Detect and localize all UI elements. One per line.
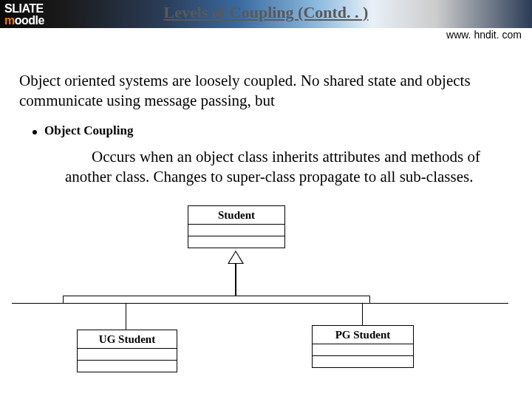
slide-title: Levels of Coupling (Contd. . )	[164, 4, 369, 21]
uml-parent-name: Student	[188, 206, 284, 224]
uml-class-child-left: UG Student	[77, 330, 177, 372]
uml-op-slot	[313, 355, 413, 367]
brand-m: m	[4, 14, 15, 27]
uml-attr-slot	[313, 344, 413, 355]
connector-v-right	[362, 303, 363, 325]
uml-attr-slot	[78, 348, 177, 360]
brand-word-post: oodle	[15, 14, 44, 27]
bullet-list: Object Coupling	[33, 124, 514, 137]
connector-stub-right	[369, 296, 370, 303]
uml-class-parent: Student	[188, 205, 285, 248]
bullet-dot-icon	[33, 130, 37, 134]
intro-text: Object oriented systems are loosely coup…	[19, 71, 514, 111]
uml-op-slot	[78, 360, 177, 372]
connector-v-left	[126, 303, 126, 330]
header-banner: SLIATE moodle Levels of Coupling (Contd.…	[0, 0, 532, 28]
uml-childL-name: UG Student	[78, 330, 177, 348]
uml-class-child-right: PG Student	[312, 325, 414, 368]
bullet-label: Object Coupling	[44, 124, 133, 137]
connector-stub-left	[63, 296, 64, 303]
connector-h-wide	[12, 303, 508, 304]
inheritance-arrow-icon	[228, 250, 244, 264]
connector-h-top	[63, 296, 370, 296]
source-url: www. hndit. com	[446, 30, 522, 40]
uml-childR-name: PG Student	[313, 326, 413, 344]
uml-attr-slot	[188, 224, 284, 236]
brand-prefix: SLIATE	[4, 2, 44, 15]
connector-v-main	[235, 264, 236, 296]
slide-body: Object oriented systems are loosely coup…	[0, 28, 532, 188]
uml-op-slot	[188, 236, 284, 248]
bullet-item: Object Coupling	[33, 124, 514, 137]
bullet-description: Occurs when an object class inherits att…	[65, 147, 480, 188]
brand-logo: SLIATE moodle	[4, 3, 44, 27]
